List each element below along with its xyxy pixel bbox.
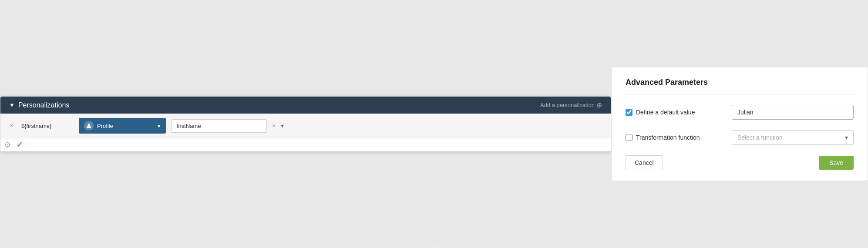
confirm-button[interactable]: ✓: [16, 139, 24, 150]
function-placeholder: Select a function: [737, 134, 783, 141]
advanced-title: Advanced Parameters: [626, 78, 854, 87]
header-title-text: Personalizations: [18, 101, 69, 109]
personalization-tag: ${firstname}: [21, 123, 74, 129]
field-clear-button[interactable]: ×: [272, 122, 276, 129]
add-personalization-label: Add a personalization: [540, 102, 595, 108]
save-button[interactable]: Save: [819, 156, 854, 170]
advanced-panel: Advanced Parameters Define a default val…: [611, 67, 868, 181]
close-icon: ×: [272, 122, 276, 129]
gear-icon: ⚙: [4, 141, 11, 149]
default-value-input[interactable]: [732, 105, 854, 120]
checkmark-icon: ✓: [16, 140, 24, 149]
divider: [626, 94, 854, 94]
default-value-row: Define a default value: [626, 105, 854, 120]
add-personalization-button[interactable]: Add a personalization ⊕: [540, 101, 602, 109]
transformation-label: Transformation function: [626, 134, 721, 141]
personalizations-container: ▼ Personalizations Add a personalization…: [0, 96, 611, 152]
gear-button[interactable]: ⚙: [0, 138, 14, 151]
default-value-label: Define a default value: [626, 109, 721, 116]
transformation-checkbox[interactable]: [626, 134, 632, 141]
profile-label: Profile: [97, 123, 113, 129]
field-select-button[interactable]: firstName: [171, 119, 267, 133]
transformation-row: Transformation function Select a functio…: [626, 130, 854, 145]
cancel-button[interactable]: Cancel: [626, 155, 663, 170]
header-title: ▼ Personalizations: [9, 101, 69, 109]
close-icon: ×: [10, 122, 13, 130]
default-value-checkbox[interactable]: [626, 109, 632, 116]
chevron-down-icon: ▾: [158, 123, 161, 129]
default-value-label-text: Define a default value: [636, 109, 695, 116]
field-value: firstName: [177, 123, 201, 129]
chevron-down-icon: ▾: [845, 134, 848, 141]
header-bar: ▼ Personalizations Add a personalization…: [0, 97, 611, 114]
chevron-down-icon: ▾: [281, 122, 284, 129]
person-icon: [84, 121, 94, 131]
profile-select-button[interactable]: Profile ▾: [79, 118, 166, 134]
plus-icon: ⊕: [596, 101, 602, 109]
close-button[interactable]: ×: [7, 121, 16, 130]
function-select-button[interactable]: Select a function ▾: [732, 130, 854, 145]
transformation-label-text: Transformation function: [636, 134, 700, 141]
chevron-down-icon: ▼: [9, 102, 15, 108]
actions-row: Cancel Save: [626, 155, 854, 170]
row-bar: × ${firstname} Profile ▾ firstName: [0, 114, 611, 138]
